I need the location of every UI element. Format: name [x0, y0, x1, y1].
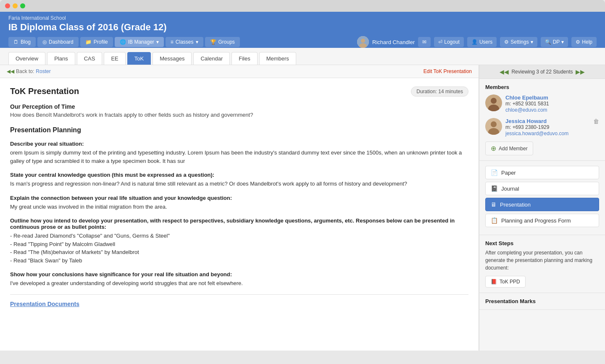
- presentation-question: How does Benoît Mandelbrot's work in fra…: [10, 112, 468, 118]
- member-info-chloe: Chloe Epelbaum m: +852 9301 5831 chloe@e…: [505, 94, 599, 113]
- member-item-jessica: Jessica Howard m: +693 2380-1929 jessica…: [485, 118, 599, 136]
- field-value-4: I've developed a greater understanding o…: [10, 279, 468, 288]
- dp-dropdown-icon: ▾: [561, 39, 564, 45]
- class-title: IB Diploma Class of 2016 (Grade 12): [8, 21, 597, 36]
- nav-profile[interactable]: 📁 Profile: [80, 37, 113, 47]
- member-phone-chloe: m: +852 9301 5831: [505, 101, 599, 107]
- presentation-marks-title: Presentation Marks: [485, 298, 599, 304]
- settings-icon: ⚙: [504, 39, 509, 45]
- nav-groups[interactable]: 🏆 Groups: [205, 37, 240, 47]
- maximize-btn[interactable]: [20, 3, 25, 8]
- users-icon: 👤: [471, 39, 478, 45]
- reviewer-bar: ◀◀ Reviewing 3 of 22 Students ▶▶: [479, 65, 605, 79]
- next-steps-section: Next Steps After completing your present…: [479, 235, 605, 293]
- help-icon: ⚙: [576, 39, 580, 45]
- svg-point-1: [361, 39, 365, 43]
- member-avatar-jessica: [485, 118, 502, 135]
- top-header: Faria International School IB Diploma Cl…: [0, 12, 605, 48]
- sidebar: ◀◀ Reviewing 3 of 22 Students ▶▶ Members…: [479, 65, 605, 351]
- member-avatar-chloe: [485, 94, 502, 111]
- tab-ee[interactable]: EE: [104, 52, 125, 65]
- next-steps-title: Next Steps: [485, 240, 599, 246]
- next-student-icon[interactable]: ▶▶: [576, 68, 585, 75]
- nav-ibmanager[interactable]: 🌐 IB Manager ▾: [115, 37, 164, 47]
- member-email-chloe[interactable]: chloe@eduvo.com: [505, 107, 547, 113]
- add-member-button[interactable]: ⊕ Add Member: [485, 141, 533, 155]
- settings-button[interactable]: ⚙ Settings ▾: [500, 37, 537, 47]
- messages-button[interactable]: ✉: [418, 37, 431, 47]
- content-area: ◀◀ Back to: Roster Edit ToK Presentation…: [0, 65, 479, 351]
- main-layout: ◀◀ Back to: Roster Edit ToK Presentation…: [0, 65, 605, 351]
- nav-left: 🗒 Blog ◎ Dashboard 📁 Profile 🌐 IB Manage…: [8, 37, 240, 47]
- help-button[interactable]: ⚙ Help: [571, 37, 597, 47]
- members-section: Members Chloe Epelbaum m: +852 9301 5831…: [479, 79, 605, 161]
- classes-icon: ≡: [171, 39, 174, 45]
- tok-ppd-button[interactable]: 📕 ToK PPD: [485, 276, 526, 288]
- roster-link[interactable]: Roster: [36, 68, 50, 74]
- tab-overview[interactable]: Overview: [8, 52, 45, 65]
- pdf-icon: 📕: [491, 279, 497, 285]
- tabs-bar: Overview Plans CAS EE ToK Messages Calen…: [0, 48, 605, 65]
- tab-tok[interactable]: ToK: [127, 52, 151, 65]
- field-label-4: Show how your conclusions have significa…: [10, 271, 468, 278]
- field-label-2: Explain the connection between your real…: [10, 195, 468, 201]
- edit-tok-link[interactable]: Edit ToK Presentation: [424, 68, 472, 74]
- nav-blog[interactable]: 🗒 Blog: [8, 37, 36, 47]
- tab-members[interactable]: Members: [259, 52, 296, 65]
- planning-section-title: Presentation Planning: [10, 126, 468, 134]
- member-phone-jessica: m: +693 2380-1929: [505, 124, 599, 130]
- journal-icon: 📓: [491, 185, 498, 192]
- profile-icon: 📁: [85, 39, 92, 45]
- delete-member-icon[interactable]: 🗑: [593, 118, 599, 125]
- tab-files[interactable]: Files: [231, 52, 257, 65]
- close-btn[interactable]: [5, 3, 10, 8]
- nav-dashboard[interactable]: ◎ Dashboard: [37, 37, 79, 47]
- user-name: Richard Chandler: [372, 39, 415, 45]
- field-label-0: Describe your real situation:: [10, 141, 468, 147]
- member-name-chloe: Chloe Epelbaum: [505, 94, 599, 101]
- planning-form-button[interactable]: 📋 Planning and Progress Form: [485, 214, 599, 227]
- add-member-icon: ⊕: [491, 144, 496, 152]
- field-label-3: Outline how you intend to develop your p…: [10, 217, 468, 230]
- field-value-0: orem Ipsum is simply dummy text of the p…: [10, 149, 468, 165]
- presentation-documents-link[interactable]: Presentation Documents: [10, 301, 79, 307]
- member-info-jessica: Jessica Howard m: +693 2380-1929 jessica…: [505, 118, 599, 136]
- dropdown-arrow-icon: ▾: [156, 39, 159, 45]
- reviewer-text: Reviewing 3 of 22 Students: [511, 69, 573, 75]
- groups-icon: 🏆: [210, 39, 216, 45]
- documents-section: 📄 Paper 📓 Journal 🖥 Presentation 📋 Plann…: [479, 161, 605, 235]
- field-value-3: - Re-read Jared Diamond's "Collapse" and…: [10, 232, 468, 264]
- tab-cas[interactable]: CAS: [77, 52, 103, 65]
- blog-icon: 🗒: [13, 39, 18, 45]
- users-button[interactable]: 👤 Users: [467, 37, 497, 47]
- logout-button[interactable]: ⏎ Logout: [434, 37, 464, 47]
- paper-button[interactable]: 📄 Paper: [485, 166, 599, 179]
- title-row: ToK Presentation Duration: 14 minutes: [10, 86, 468, 97]
- back-link-area: ◀◀ Back to: Roster: [7, 68, 51, 74]
- window-chrome: [0, 0, 605, 12]
- classes-dropdown-icon: ▾: [196, 39, 198, 45]
- member-email-jessica[interactable]: jessica.howard@eduvo.com: [505, 131, 568, 136]
- tab-messages[interactable]: Messages: [153, 52, 192, 65]
- settings-dropdown-icon: ▾: [531, 39, 533, 45]
- dp-button[interactable]: 🔍 DP ▾: [541, 37, 568, 47]
- presentation-body: ToK Presentation Duration: 14 minutes Ou…: [0, 78, 479, 316]
- tab-plans[interactable]: Plans: [47, 52, 75, 65]
- nav-right: Richard Chandler ✉ ⏎ Logout 👤 Users ⚙ Se…: [357, 36, 597, 48]
- field-value-2: My great uncle was involved in the initi…: [10, 203, 468, 211]
- school-name: Faria International School: [8, 15, 597, 21]
- presentation-marks-section: Presentation Marks: [479, 293, 605, 310]
- svg-point-7: [491, 121, 497, 127]
- user-area: Richard Chandler: [357, 36, 415, 48]
- journal-button[interactable]: 📓 Journal: [485, 182, 599, 195]
- minimize-btn[interactable]: [13, 3, 18, 8]
- back-arrow-icon: ◀◀: [7, 68, 14, 74]
- member-name-jessica: Jessica Howard: [505, 118, 599, 124]
- planning-form-icon: 📋: [491, 217, 498, 224]
- presentation-title: ToK Presentation: [10, 86, 79, 96]
- presentation-button[interactable]: 🖥 Presentation: [485, 198, 599, 211]
- prev-student-icon[interactable]: ◀◀: [500, 68, 509, 75]
- field-value-1: Is man's progress and regression non-lin…: [10, 180, 468, 188]
- nav-classes[interactable]: ≡ Classes ▾: [166, 37, 203, 47]
- tab-calendar[interactable]: Calendar: [193, 52, 230, 65]
